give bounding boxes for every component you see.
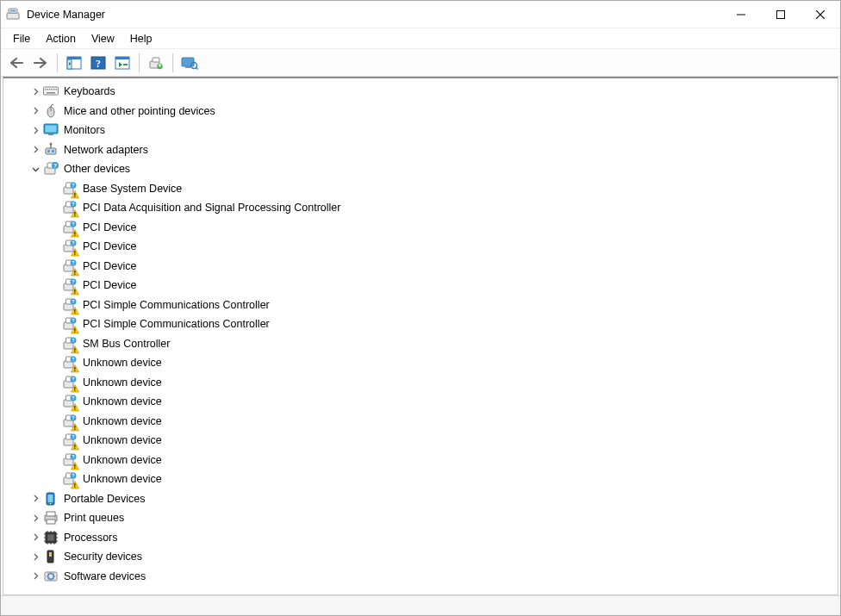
tree-category-row[interactable]: Other devices xyxy=(29,159,838,179)
tree-device-label: PCI Device xyxy=(83,240,137,252)
unknown-icon xyxy=(62,375,78,390)
properties-button[interactable] xyxy=(112,53,133,73)
unknown-icon xyxy=(62,200,78,215)
tree-device-label: Unknown device xyxy=(83,395,162,408)
svg-rect-20 xyxy=(182,58,194,66)
chevron-down-icon[interactable] xyxy=(29,163,41,175)
warning-badge-icon xyxy=(71,306,79,314)
show-hide-tree-button[interactable] xyxy=(64,53,84,73)
menu-file[interactable]: File xyxy=(6,31,37,47)
chevron-right-icon[interactable] xyxy=(29,493,41,505)
svg-rect-4 xyxy=(777,10,785,18)
window-controls xyxy=(721,1,840,28)
tree-device-row[interactable]: PCI Device xyxy=(29,218,838,238)
svg-rect-21 xyxy=(185,66,190,68)
tree-device-row[interactable]: Unknown device xyxy=(29,392,838,412)
forward-button[interactable] xyxy=(30,53,51,73)
tree-category-label: Monitors xyxy=(64,124,105,136)
warning-badge-icon xyxy=(71,461,79,470)
help-button[interactable]: ? xyxy=(88,53,109,73)
update-driver-button[interactable] xyxy=(146,53,166,73)
portable-icon xyxy=(43,491,59,507)
tree-device-label: PCI Simple Communications Controller xyxy=(83,318,270,330)
tree-device-label: Base System Device xyxy=(83,183,182,195)
tree-device-row[interactable]: Unknown device xyxy=(29,353,838,373)
tree-category-row[interactable]: Monitors xyxy=(29,121,838,140)
warning-badge-icon xyxy=(71,325,79,333)
tree-category-label: Mice and other pointing devices xyxy=(64,105,215,117)
toolbar-separator xyxy=(139,53,140,72)
chevron-right-icon[interactable] xyxy=(29,124,41,136)
chevron-right-icon[interactable] xyxy=(29,144,41,156)
minimize-button[interactable] xyxy=(721,1,761,28)
unknown-icon xyxy=(62,452,78,468)
svg-rect-14 xyxy=(115,57,129,59)
tree-category-label: Print queues xyxy=(64,512,124,524)
warning-badge-icon xyxy=(71,286,79,295)
window-title: Device Manager xyxy=(27,9,105,21)
tree-device-row[interactable]: Unknown device xyxy=(29,431,838,451)
unknown-icon xyxy=(62,432,78,448)
tree-device-label: PCI Device xyxy=(83,260,137,272)
unknown-icon xyxy=(62,277,78,293)
tree-category-row[interactable]: Print queues xyxy=(29,508,838,528)
warning-badge-icon xyxy=(71,247,79,256)
tree-category-row[interactable]: Security devices xyxy=(29,547,838,567)
tree-category-label: Other devices xyxy=(64,163,130,175)
close-button[interactable] xyxy=(801,1,840,28)
menu-action[interactable]: Action xyxy=(39,31,83,47)
printer-icon xyxy=(43,510,59,526)
svg-rect-18 xyxy=(153,58,159,62)
device-tree: KeyboardsMice and other pointing devices… xyxy=(3,82,838,586)
menu-help[interactable]: Help xyxy=(123,31,159,47)
scan-hardware-button[interactable] xyxy=(179,53,200,73)
tree-device-label: PCI Data Acquisition and Signal Processi… xyxy=(83,202,340,214)
other-icon xyxy=(43,161,59,177)
tree-device-label: Unknown device xyxy=(83,473,162,485)
tree-device-row[interactable]: Base System Device xyxy=(29,179,838,199)
warning-badge-icon xyxy=(71,208,79,217)
chevron-right-icon[interactable] xyxy=(29,512,41,524)
tree-device-label: Unknown device xyxy=(83,415,162,427)
tree-category-label: Software devices xyxy=(64,570,146,582)
svg-line-23 xyxy=(196,67,198,69)
tree-category-row[interactable]: Keyboards xyxy=(29,82,838,102)
titlebar: Device Manager xyxy=(1,1,840,28)
maximize-button[interactable] xyxy=(761,1,801,28)
processor-icon xyxy=(43,530,59,545)
tree-device-row[interactable]: Unknown device xyxy=(29,412,838,432)
back-button[interactable] xyxy=(6,53,27,73)
tree-device-row[interactable]: Unknown device xyxy=(29,470,838,489)
unknown-icon xyxy=(62,355,78,370)
tree-category-row[interactable]: Mice and other pointing devices xyxy=(29,102,838,121)
menu-view[interactable]: View xyxy=(84,31,121,47)
tree-category-row[interactable]: Network adapters xyxy=(29,140,838,160)
warning-badge-icon xyxy=(71,402,79,411)
tree-device-label: Unknown device xyxy=(83,376,162,389)
warning-badge-icon xyxy=(71,190,79,198)
tree-device-label: Unknown device xyxy=(83,434,162,446)
tree-device-row[interactable]: PCI Simple Communications Controller xyxy=(29,296,838,315)
unknown-icon xyxy=(62,258,78,274)
tree-device-row[interactable]: SM Bus Controller xyxy=(29,334,838,354)
tree-device-row[interactable]: Unknown device xyxy=(29,373,838,393)
chevron-right-icon[interactable] xyxy=(29,570,41,582)
unknown-icon xyxy=(62,336,78,352)
chevron-right-icon[interactable] xyxy=(29,105,41,117)
tree-category-row[interactable]: Processors xyxy=(29,528,838,548)
tree-device-row[interactable]: Unknown device xyxy=(29,451,838,470)
device-tree-scroll[interactable]: KeyboardsMice and other pointing devices… xyxy=(3,78,838,594)
tree-category-row[interactable]: Software devices xyxy=(29,567,838,587)
chevron-right-icon[interactable] xyxy=(29,85,41,97)
tree-device-row[interactable]: PCI Device xyxy=(29,237,838,257)
chevron-right-icon[interactable] xyxy=(29,532,41,544)
tree-device-row[interactable]: PCI Device xyxy=(29,257,838,277)
tree-device-row[interactable]: PCI Device xyxy=(29,276,838,296)
chevron-right-icon[interactable] xyxy=(29,551,41,563)
tree-device-row[interactable]: PCI Data Acquisition and Signal Processi… xyxy=(29,198,838,218)
tree-category-label: Security devices xyxy=(64,551,142,563)
warning-badge-icon xyxy=(71,383,79,392)
tree-category-row[interactable]: Portable Devices xyxy=(29,489,838,509)
tree-device-row[interactable]: PCI Simple Communications Controller xyxy=(29,314,838,334)
statusbar xyxy=(1,595,840,615)
